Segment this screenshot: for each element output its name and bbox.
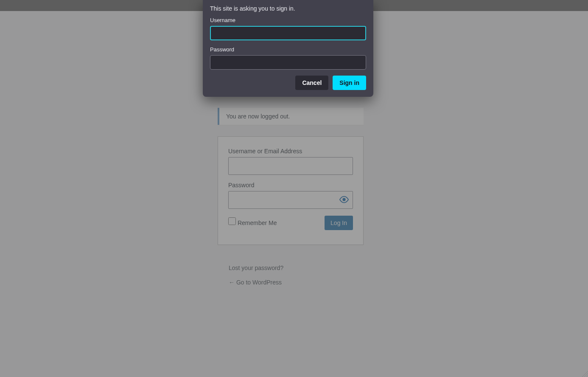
svg-line-3 bbox=[586, 375, 588, 377]
cancel-button[interactable]: Cancel bbox=[295, 76, 328, 90]
auth-prompt-text: This site is asking you to sign in. bbox=[210, 5, 366, 12]
auth-username-input[interactable] bbox=[210, 26, 366, 40]
sign-in-button[interactable]: Sign in bbox=[333, 76, 366, 90]
auth-button-row: Cancel Sign in bbox=[210, 76, 366, 90]
resize-handle-icon[interactable] bbox=[580, 369, 588, 377]
auth-username-label: Username bbox=[210, 17, 366, 23]
auth-password-input[interactable] bbox=[210, 55, 366, 70]
svg-line-2 bbox=[584, 373, 588, 377]
auth-password-label: Password bbox=[210, 46, 366, 53]
auth-username-block: Username bbox=[210, 17, 366, 40]
basic-auth-dialog: This site is asking you to sign in. User… bbox=[203, 0, 373, 97]
auth-password-block: Password bbox=[210, 46, 366, 70]
